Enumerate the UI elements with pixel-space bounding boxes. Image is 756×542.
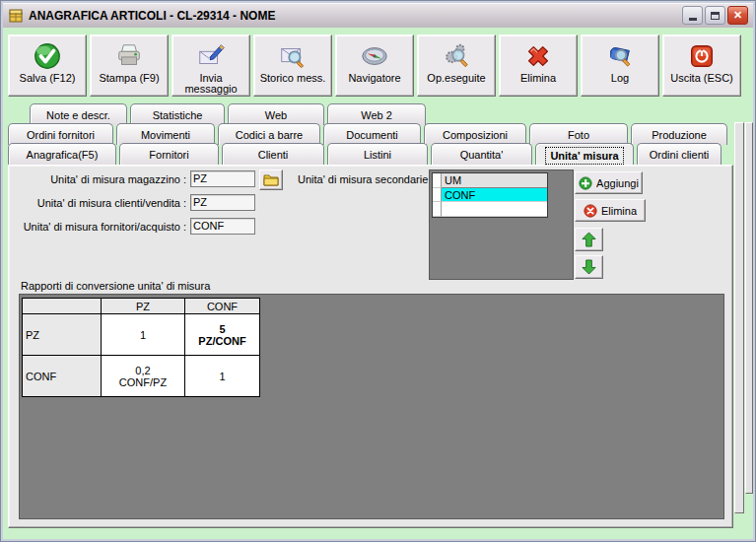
row-selector[interactable] bbox=[433, 188, 442, 202]
log-button[interactable]: Log bbox=[581, 34, 659, 97]
tab-row-3: Anagrafica(F5) Fornitori Clienti Listini… bbox=[8, 143, 722, 167]
tab-composizioni[interactable]: Composizioni bbox=[424, 123, 526, 145]
grid-header-um: UM bbox=[442, 173, 547, 188]
unita-misura-page: Unita' di misura magazzino : PZ Unita' d… bbox=[8, 165, 733, 528]
navigatore-button[interactable]: Navigatore bbox=[335, 34, 414, 97]
package-icon bbox=[8, 8, 24, 24]
conv-value: 5 bbox=[219, 323, 225, 335]
log-label: Log bbox=[611, 73, 629, 84]
uscita-label: Uscita (ESC) bbox=[670, 73, 733, 84]
add-plus-icon bbox=[579, 176, 592, 190]
tab-ordini-fornitori[interactable]: Ordini fornitori bbox=[8, 123, 113, 145]
tab-fornitori[interactable]: Fornitori bbox=[119, 143, 219, 165]
tab-label: Clienti bbox=[258, 149, 289, 161]
conv-rowlabel-pz: PZ bbox=[23, 314, 102, 356]
maximize-button[interactable] bbox=[705, 6, 725, 25]
aggiungi-label: Aggiungi bbox=[596, 177, 639, 189]
storico-messaggi-button[interactable]: Storico mess. bbox=[253, 34, 332, 97]
tab-label: Codici a barre bbox=[236, 129, 303, 141]
fornitori-acquisto-label: Unita' di misura fornitori/acquisto : bbox=[9, 221, 186, 233]
tab-note-e-descr[interactable]: Note e descr. bbox=[30, 103, 127, 125]
application-window: ANAGRAFICA ARTICOLI - CL-29314 - NOME ✕ … bbox=[0, 0, 756, 542]
tab-label: Foto bbox=[568, 129, 589, 141]
tab-quantita[interactable]: Quantita' bbox=[431, 143, 532, 165]
elimina-um-button[interactable]: Elimina bbox=[575, 199, 646, 222]
move-down-button[interactable] bbox=[575, 255, 603, 279]
conv-value: 1 bbox=[140, 329, 146, 341]
tab-label: Statistiche bbox=[153, 109, 203, 121]
close-button[interactable]: ✕ bbox=[727, 6, 748, 25]
close-icon: ✕ bbox=[733, 9, 742, 22]
secondarie-panel: UM CONF bbox=[429, 169, 574, 280]
aggiungi-button[interactable]: Aggiungi bbox=[575, 171, 643, 194]
conv-cell-conf-conf[interactable]: 1 bbox=[185, 356, 260, 397]
stacked-page-edge-back bbox=[745, 122, 753, 494]
tab-listini[interactable]: Listini bbox=[327, 143, 428, 165]
conv-cell-pz-conf[interactable]: 5 PZ/CONF bbox=[185, 314, 260, 356]
row-selector[interactable] bbox=[433, 173, 442, 188]
tab-ordini-clienti[interactable]: Ordini clienti bbox=[637, 143, 722, 165]
magazzino-field[interactable]: PZ bbox=[190, 170, 255, 187]
tab-produzione[interactable]: Produzione bbox=[631, 123, 727, 145]
tab-clienti[interactable]: Clienti bbox=[222, 143, 324, 165]
red-x-icon bbox=[523, 39, 553, 73]
tab-label: Web 2 bbox=[361, 109, 392, 121]
titlebar[interactable]: ANAGRAFICA ARTICOLI - CL-29314 - NOME ✕ bbox=[3, 3, 753, 28]
grid-cell-um[interactable]: CONF bbox=[442, 188, 547, 202]
elimina-button[interactable]: Elimina bbox=[499, 34, 578, 97]
tab-documenti[interactable]: Documenti bbox=[323, 123, 421, 145]
tab-label: Unita' misura bbox=[546, 148, 622, 164]
conv-header-blank bbox=[23, 299, 102, 314]
tab-movimenti[interactable]: Movimenti bbox=[116, 123, 215, 145]
stampa-button[interactable]: Stampa (F9) bbox=[90, 34, 169, 97]
tab-web-2[interactable]: Web 2 bbox=[327, 103, 426, 125]
toolbar: Salva (F12) Stampa (F9) bbox=[8, 34, 741, 97]
tab-unita-misura[interactable]: Unita' misura bbox=[535, 143, 634, 167]
tab-label: Listini bbox=[364, 149, 391, 161]
tab-codici-a-barre[interactable]: Codici a barre bbox=[218, 123, 320, 145]
grid-row-empty[interactable] bbox=[433, 202, 547, 217]
minimize-button[interactable] bbox=[682, 6, 703, 25]
grid-cell-um[interactable] bbox=[442, 202, 547, 217]
clienti-vendita-field[interactable]: PZ bbox=[190, 194, 255, 211]
folder-browse-button[interactable] bbox=[259, 169, 283, 190]
move-up-button[interactable] bbox=[575, 228, 603, 251]
grid-header-row: UM bbox=[433, 173, 547, 188]
tab-label: Fornitori bbox=[149, 149, 188, 161]
tab-label: Anagrafica(F5) bbox=[27, 149, 99, 161]
uscita-button[interactable]: Uscita (ESC) bbox=[662, 34, 741, 97]
arrow-up-icon bbox=[582, 232, 596, 247]
conv-unit: CONF/PZ bbox=[119, 376, 167, 388]
conv-rowlabel-conf: CONF bbox=[23, 356, 102, 397]
tab-foto[interactable]: Foto bbox=[529, 123, 628, 145]
tab-anagrafica[interactable]: Anagrafica(F5) bbox=[8, 143, 116, 165]
tab-label: Quantita' bbox=[460, 149, 504, 161]
window-title: ANAGRAFICA ARTICOLI - CL-29314 - NOME bbox=[29, 9, 677, 23]
operazioni-eseguite-button[interactable]: Op.eseguite bbox=[417, 34, 496, 97]
tab-label: Composizioni bbox=[443, 129, 508, 141]
salva-button[interactable]: Salva (F12) bbox=[8, 34, 87, 97]
operazioni-eseguite-label: Op.eseguite bbox=[427, 73, 485, 84]
conv-cell-pz-pz[interactable]: 1 bbox=[102, 314, 185, 356]
conversione-panel: PZ CONF PZ 1 5 PZ/CONF CONF 0,2 CONF/PZ bbox=[19, 294, 724, 519]
conversione-title: Rapporti di conversione unita' di misura bbox=[21, 280, 210, 292]
clienti-vendita-label: Unita' di misura clienti/vendita : bbox=[9, 197, 186, 209]
invia-messaggio-button[interactable]: Invia messaggio bbox=[172, 34, 250, 97]
tab-label: Movimenti bbox=[141, 129, 190, 141]
tab-row-1: Note e descr. Statistiche Web Web 2 bbox=[30, 103, 426, 125]
conv-header-pz: PZ bbox=[102, 299, 185, 314]
invia-messaggio-label: Invia messaggio bbox=[172, 73, 249, 95]
row-selector[interactable] bbox=[433, 202, 442, 217]
tab-statistiche[interactable]: Statistiche bbox=[130, 103, 225, 125]
tab-web[interactable]: Web bbox=[228, 103, 324, 125]
stacked-page-edge-front bbox=[734, 122, 744, 513]
tab-row-2: Ordini fornitori Movimenti Codici a barr… bbox=[8, 123, 727, 145]
grid-row-conf[interactable]: CONF bbox=[433, 188, 547, 202]
conv-cell-conf-pz[interactable]: 0,2 CONF/PZ bbox=[102, 356, 185, 397]
magazzino-label: Unita' di misura magazzino : bbox=[9, 173, 186, 185]
tab-label: Web bbox=[265, 109, 287, 121]
fornitori-acquisto-field[interactable]: CONF bbox=[190, 218, 255, 235]
conv-value: 0,2 bbox=[135, 365, 150, 376]
folder-icon bbox=[263, 173, 279, 186]
mail-magnifier-icon bbox=[278, 39, 308, 73]
